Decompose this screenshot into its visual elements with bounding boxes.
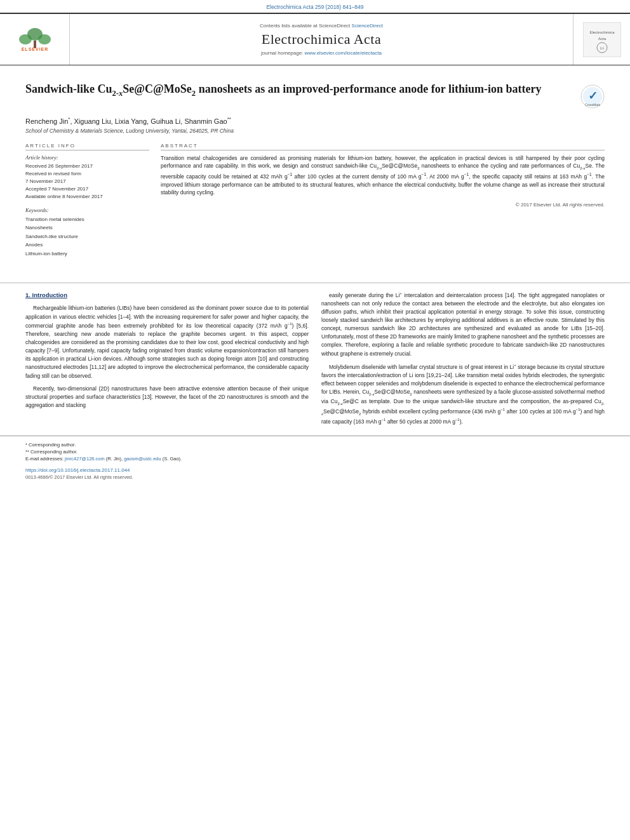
sciencedirect-name[interactable]: ScienceDirect [352,23,383,29]
abstract-text: Transition metal chalcogenides are consi… [161,154,605,197]
article-info-column: ARTICLE INFO Article history: Received 2… [25,143,149,258]
svg-point-2 [19,34,32,44]
revised-date: 7 November 2017 [25,178,149,185]
crossmark-icon: ✓ CrossMark [580,84,605,109]
homepage-url[interactable]: www.elsevier.com/locate/electacta [305,50,382,56]
info-abstract-section: ARTICLE INFO Article history: Received 2… [25,143,605,258]
email2-link[interactable]: gaosm@ustc.edu [124,456,161,462]
footnote-corresponding2: ** Corresponding author. [25,448,605,455]
issn-line: 0013-4686/© 2017 Elsevier Ltd. All right… [0,474,630,484]
body-para-3: easily generate during the Li+ intercala… [321,291,605,358]
journal-homepage: journal homepage: www.elsevier.com/locat… [261,50,382,56]
journal-ref-text: Electrochimica Acta 259 (2018) 841–849 [266,4,363,10]
footnotes-section: * Corresponding author. ** Corresponding… [0,436,630,465]
article-title-section: Sandwich-like Cu2-xSe@C@MoSe2 nanosheets… [25,82,605,110]
article-info-label: ARTICLE INFO [25,143,149,150]
received-revised-label: Received in revised form [25,170,149,178]
sciencedirect-link: Contents lists available at ScienceDirec… [260,23,383,29]
received-date: Received 26 September 2017 [25,163,149,170]
affiliation: School of Chemistry & Materials Science,… [25,128,605,134]
journal-right-logo-area: Electrochimica Acta EA [573,14,630,65]
body-section: 1. Introduction Rechargeable lithium-ion… [0,291,630,430]
body-para-1: Rechargeable lithium-ion batteries (LIBs… [25,304,309,380]
footnote-corresponding1: * Corresponding author. [25,441,605,448]
svg-text:Acta: Acta [598,37,606,41]
keywords-list: Transition metal selenides Nanosheets Sa… [25,215,149,258]
page: Electrochimica Acta 259 (2018) 841–849 E… [0,0,630,840]
keyword-5: Lithium-ion battery [25,250,149,258]
abstract-column: ABSTRACT Transition metal chalcogenides … [161,143,605,258]
copyright-notice: © 2017 Elsevier Ltd. All rights reserved… [161,202,605,208]
keywords-label: Keywords: [25,207,149,213]
body-para-4: Molybdenum diselenide with lamellar crys… [321,363,605,426]
body-column-right: easily generate during the Li+ intercala… [321,291,605,430]
email2-name: (S. Gao). [163,456,182,462]
journal-right-icon: Electrochimica Acta EA [583,22,621,57]
keyword-1: Transition metal selenides [25,215,149,224]
body-para-2: Recently, two-dimensional (2D) nanostruc… [25,385,309,410]
journal-header: ELSEVIER Contents lists available at Sci… [0,13,630,65]
keyword-2: Nanosheets [25,223,149,232]
authors-line: Rencheng Jin*, Xiguang Liu, Lixia Yang, … [25,116,605,125]
svg-text:ELSEVIER: ELSEVIER [21,47,48,51]
crossmark-badge[interactable]: ✓ CrossMark [580,84,605,110]
elsevier-logo-area: ELSEVIER [0,14,70,65]
article-history-label: Article history: [25,154,149,161]
section-divider [0,283,630,283]
footnote-emails: E-mail addresses: jinrc427@126.com (R. J… [25,455,605,462]
email1-link[interactable]: jinrc427@126.com [65,456,105,462]
svg-text:Electrochimica: Electrochimica [589,30,615,34]
email1-name: (R. Jin), [106,456,124,462]
intro-heading: 1. Introduction [25,291,309,300]
email-label: E-mail addresses: [25,456,65,462]
body-column-left: 1. Introduction Rechargeable lithium-ion… [25,291,309,430]
journal-ref-line: Electrochimica Acta 259 (2018) 841–849 [0,0,630,13]
svg-text:CrossMark: CrossMark [585,103,601,107]
svg-point-3 [38,34,51,44]
svg-text:EA: EA [600,46,604,50]
keyword-4: Anodes [25,241,149,250]
article-content: Sandwich-like Cu2-xSe@C@MoSe2 nanosheets… [0,65,630,275]
journal-center-info: Contents lists available at ScienceDirec… [70,14,573,65]
abstract-label: ABSTRACT [161,143,605,150]
accepted-date: Accepted 7 November 2017 [25,185,149,193]
doi-line: https://doi.org/10.1016/j.electacta.2017… [0,465,630,474]
svg-text:✓: ✓ [588,90,598,102]
article-title: Sandwich-like Cu2-xSe@C@MoSe2 nanosheets… [25,82,574,98]
available-online: Available online 8 November 2017 [25,193,149,201]
doi-link[interactable]: https://doi.org/10.1016/j.electacta.2017… [25,467,130,473]
elsevier-tree-icon: ELSEVIER [13,27,57,52]
journal-title: Electrochimica Acta [262,31,381,48]
keyword-3: Sandwich-like structure [25,232,149,241]
